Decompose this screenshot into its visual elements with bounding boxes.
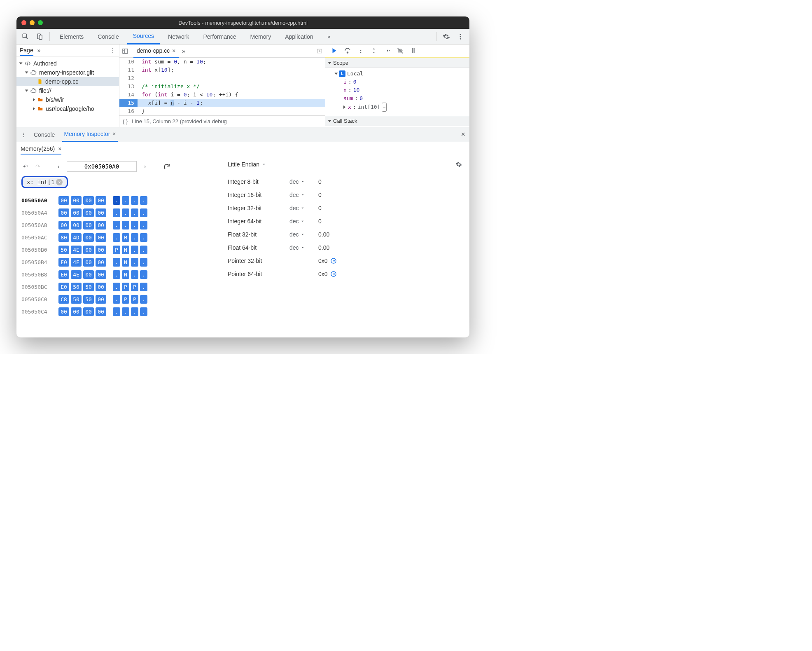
tree-file-proto[interactable]: file://	[16, 86, 119, 95]
ascii-byte[interactable]: P	[113, 246, 120, 254]
hex-byte[interactable]: 4E	[71, 246, 82, 254]
ascii-byte[interactable]: .	[140, 233, 147, 242]
ascii-byte[interactable]: N	[122, 270, 129, 279]
line-number[interactable]: 15	[119, 99, 138, 107]
hex-byte[interactable]: 00	[96, 221, 106, 229]
zoom-window-icon[interactable]	[38, 20, 43, 25]
hex-byte[interactable]: 00	[83, 307, 94, 316]
hex-byte[interactable]: 00	[83, 246, 94, 254]
hex-row[interactable]: 005050A800000000....	[21, 219, 215, 231]
ascii-byte[interactable]: .	[113, 295, 120, 304]
drawer-memory-inspector-tab[interactable]: Memory Inspector ×	[62, 127, 117, 142]
tree-file-active[interactable]: demo-cpp.cc	[16, 77, 119, 86]
hex-byte[interactable]: 00	[58, 221, 69, 229]
ascii-byte[interactable]: .	[113, 196, 120, 205]
navigator-more-chevron[interactable]: »	[37, 47, 41, 54]
step-icon[interactable]	[382, 46, 392, 56]
highlight-chip[interactable]: x: int[1 ×	[21, 176, 68, 188]
ascii-byte[interactable]: .	[113, 258, 120, 267]
tree-authored[interactable]: Authored	[16, 59, 119, 68]
hex-byte[interactable]: 50	[71, 295, 82, 304]
hex-byte[interactable]: 00	[71, 221, 82, 229]
ascii-byte[interactable]: .	[140, 270, 147, 279]
code-line[interactable]: 16}	[119, 107, 325, 115]
more-tabs-chevron[interactable]: »	[322, 29, 336, 44]
line-number[interactable]: 14	[119, 91, 138, 99]
callstack-header[interactable]: Call Stack	[325, 116, 469, 126]
deactivate-breakpoints-icon[interactable]	[395, 46, 405, 56]
ascii-byte[interactable]: .	[131, 196, 138, 205]
hex-row[interactable]: 005050B4E04E0000.N..	[21, 256, 215, 268]
ascii-byte[interactable]: .	[140, 246, 147, 254]
drawer-console-tab[interactable]: Console	[32, 127, 56, 142]
settings-icon[interactable]	[441, 31, 452, 42]
step-into-icon[interactable]	[356, 46, 366, 56]
hex-byte[interactable]: 00	[96, 208, 106, 217]
page-tab[interactable]: Page	[20, 47, 33, 56]
endian-select[interactable]: Little Endian	[228, 161, 266, 168]
hex-byte[interactable]: 50	[71, 283, 82, 291]
ascii-byte[interactable]: .	[140, 283, 147, 291]
navigator-kebab-icon[interactable]: ⋮	[110, 47, 116, 54]
hex-byte[interactable]: 4E	[71, 270, 82, 279]
memory-buffer-tab[interactable]: Memory(256) ×	[21, 145, 61, 155]
ascii-byte[interactable]: .	[122, 208, 129, 217]
ascii-byte[interactable]: .	[113, 221, 120, 229]
ascii-byte[interactable]: P	[122, 283, 129, 291]
ascii-byte[interactable]: .	[113, 208, 120, 217]
tab-performance[interactable]: Performance	[197, 29, 242, 44]
tree-folder-1[interactable]: b/s/w/ir	[16, 95, 119, 104]
close-tab-icon[interactable]: ×	[112, 131, 116, 137]
scope-var[interactable]: sum: 0	[343, 94, 466, 103]
close-window-icon[interactable]	[21, 20, 26, 25]
hex-byte[interactable]: 00	[58, 196, 69, 205]
hex-byte[interactable]: 00	[83, 233, 94, 242]
chip-remove-icon[interactable]: ×	[56, 179, 63, 185]
hex-byte[interactable]: 00	[71, 196, 82, 205]
ascii-byte[interactable]: .	[113, 283, 120, 291]
hex-byte[interactable]: 00	[58, 307, 69, 316]
ascii-byte[interactable]: .	[122, 196, 129, 205]
hex-byte[interactable]: E0	[58, 283, 69, 291]
hex-byte[interactable]: E0	[58, 270, 69, 279]
ascii-byte[interactable]: .	[131, 233, 138, 242]
tree-domain[interactable]: memory-inspector.glit	[16, 68, 119, 77]
ascii-byte[interactable]: N	[122, 246, 129, 254]
ascii-byte[interactable]: .	[140, 307, 147, 316]
close-file-icon[interactable]: ×	[172, 47, 175, 54]
hex-byte[interactable]: 50	[83, 295, 94, 304]
device-toggle-icon[interactable]	[34, 31, 45, 42]
hex-byte[interactable]: 00	[96, 270, 106, 279]
line-number[interactable]: 10	[119, 58, 138, 66]
jump-to-address-icon[interactable]	[330, 258, 337, 264]
ascii-byte[interactable]: .	[113, 233, 120, 242]
ascii-byte[interactable]: P	[131, 283, 138, 291]
hex-byte[interactable]: 00	[96, 307, 106, 316]
kebab-menu-icon[interactable]	[455, 31, 466, 42]
resume-icon[interactable]	[329, 46, 339, 56]
line-number[interactable]: 16	[119, 107, 138, 115]
hex-byte[interactable]: 00	[58, 208, 69, 217]
ascii-byte[interactable]: M	[122, 233, 129, 242]
hex-byte[interactable]: 00	[96, 283, 106, 291]
hex-row[interactable]: 005050B0504E0000PN..	[21, 244, 215, 256]
code-line[interactable]: 12	[119, 74, 325, 82]
pretty-print-icon[interactable]: { }	[123, 118, 128, 124]
ascii-byte[interactable]: .	[131, 246, 138, 254]
hex-byte[interactable]: 00	[83, 221, 94, 229]
hex-byte[interactable]: 00	[96, 295, 106, 304]
line-number[interactable]: 12	[119, 74, 138, 82]
hex-byte[interactable]: 00	[96, 258, 106, 267]
value-format-select[interactable]: dec	[289, 244, 318, 251]
hex-row[interactable]: 005050AC804D0000.M..	[21, 231, 215, 244]
hex-byte[interactable]: 00	[83, 270, 94, 279]
hex-row[interactable]: 005050B8E04E0000.N..	[21, 268, 215, 281]
hex-byte[interactable]: 50	[58, 246, 69, 254]
ascii-byte[interactable]: .	[140, 295, 147, 304]
ascii-byte[interactable]: .	[140, 208, 147, 217]
scope-var[interactable]: i: 0	[343, 78, 466, 86]
hex-byte[interactable]: 00	[96, 196, 106, 205]
hex-byte[interactable]: 00	[83, 258, 94, 267]
file-tab-active[interactable]: demo-cpp.cc ×	[133, 44, 179, 58]
line-number[interactable]: 13	[119, 82, 138, 91]
